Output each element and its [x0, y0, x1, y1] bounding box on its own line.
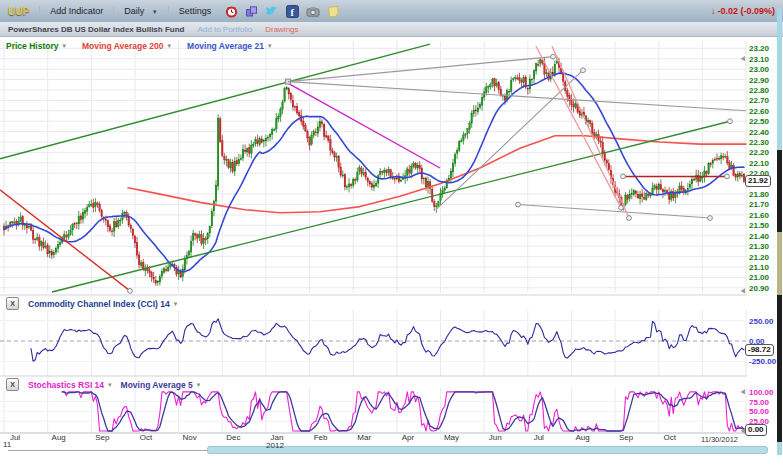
drawings-link[interactable]: Drawings [265, 25, 298, 34]
facebook-icon[interactable]: f [286, 5, 299, 18]
year-label-2012: 2012 [258, 441, 292, 450]
alarm-icon[interactable] [225, 5, 238, 18]
svg-text:21.80: 21.80 [749, 190, 770, 199]
timeframe-select[interactable]: Daily ▼ [124, 6, 157, 16]
svg-text:Sep: Sep [619, 433, 634, 442]
end-date-label: 11/30/2012 [672, 435, 738, 444]
svg-text:Nov: Nov [182, 433, 196, 442]
cci-last-value-box: -98.72 [745, 344, 774, 356]
chevron-down-icon: ▾ [168, 42, 172, 50]
vertical-scrollbar-segment-top[interactable] [777, 8, 782, 150]
charting-application: 23.2023.1023.0022.9022.8022.7022.6022.50… [0, 0, 783, 468]
timeframe-value: Daily [124, 6, 144, 16]
chevron-down-icon: ▾ [197, 381, 201, 389]
svg-text:250.00: 250.00 [749, 317, 774, 326]
svg-text:May: May [444, 433, 459, 442]
vertical-scrollbar-thumb[interactable] [777, 150, 782, 232]
svg-text:21.30: 21.30 [749, 242, 770, 251]
vertical-scrollbar-segment-lower[interactable] [777, 295, 782, 442]
svg-text:50.00: 50.00 [749, 407, 770, 416]
stoch-ma-label: Moving Average 5 [121, 380, 193, 390]
chevron-down-icon: ▾ [174, 300, 178, 308]
svg-text:22.10: 22.10 [749, 159, 770, 168]
chevron-down-icon: ▾ [268, 42, 272, 50]
settings-button[interactable]: Settings [179, 6, 212, 16]
svg-text:20.90: 20.90 [749, 284, 770, 293]
svg-text:75.00: 75.00 [749, 398, 770, 407]
legend-ma21[interactable]: Moving Average 21 ▾ [187, 41, 271, 51]
stoch-last-value-box: 0.00 [745, 424, 767, 436]
add-indicator-button[interactable]: Add Indicator [50, 6, 103, 16]
cci-panel-header: X Commodity Channel Index (CCI) 14 ▾ [6, 297, 177, 310]
svg-text:22.40: 22.40 [749, 128, 770, 137]
chevron-down-icon: ▾ [108, 381, 112, 389]
svg-text:Feb: Feb [314, 433, 328, 442]
svg-text:Jul: Jul [10, 433, 20, 442]
svg-text:Jun: Jun [489, 433, 502, 442]
camera-icon[interactable] [306, 5, 320, 18]
blocks-icon[interactable] [245, 5, 258, 18]
note-icon[interactable] [327, 5, 340, 18]
svg-text:21.50: 21.50 [749, 221, 770, 230]
cci-title[interactable]: Commodity Channel Index (CCI) 14 ▾ [28, 299, 177, 309]
horizontal-scrollbar-track[interactable] [8, 450, 207, 451]
svg-text:21.40: 21.40 [749, 232, 770, 241]
svg-text:23.20: 23.20 [749, 44, 770, 53]
svg-text:23.00: 23.00 [749, 65, 770, 74]
fund-name: PowerShares DB US Dollar Index Bullish F… [8, 25, 184, 34]
chart-canvas[interactable]: 23.2023.1023.0022.9022.8022.7022.6022.50… [0, 0, 783, 468]
twitter-icon[interactable] [265, 5, 279, 18]
stoch-panel-header: X Stochastics RSI 14 ▾ Moving Average 5 … [6, 378, 200, 391]
price-change: ↓ -0.02 (-0.09%) [711, 6, 775, 16]
stoch-title-label: Stochastics RSI 14 [28, 380, 104, 390]
svg-text:22.60: 22.60 [749, 107, 770, 116]
vertical-scrollbar-segment-mid[interactable] [777, 232, 782, 295]
svg-text:22.70: 22.70 [749, 96, 770, 105]
svg-text:22.80: 22.80 [749, 86, 770, 95]
stoch-ma-title[interactable]: Moving Average 5 ▾ [121, 380, 201, 390]
svg-text:22.90: 22.90 [749, 76, 770, 85]
svg-text:Jul: Jul [534, 433, 544, 442]
vertical-scrollbar-segment-bottom[interactable] [777, 442, 782, 455]
svg-text:21.70: 21.70 [749, 200, 770, 209]
legend-ma200[interactable]: Moving Average 200 ▾ [82, 41, 171, 51]
svg-text:Aug: Aug [52, 433, 66, 442]
subheader: PowerShares DB US Dollar Index Bullish F… [0, 22, 783, 37]
svg-text:21.60: 21.60 [749, 211, 770, 220]
svg-text:Apr: Apr [402, 433, 415, 442]
svg-text:Oct: Oct [140, 433, 153, 442]
legend-price-history[interactable]: Price History ▾ [6, 41, 66, 51]
svg-text:Dec: Dec [226, 433, 240, 442]
toolbar-divider [39, 6, 40, 17]
toolbar-divider [168, 6, 169, 17]
svg-text:23.10: 23.10 [749, 55, 770, 64]
chevron-down-icon: ▾ [62, 42, 66, 50]
main-toolbar: UUP Add Indicator Daily ▼ Settings f ↓ -… [0, 0, 783, 22]
svg-text:100.00: 100.00 [749, 388, 774, 397]
svg-text:21.10: 21.10 [749, 263, 770, 272]
legend-ma200-label: Moving Average 200 [82, 41, 164, 51]
share-icon-group: f [225, 5, 340, 18]
legend-ma21-label: Moving Average 21 [187, 41, 264, 51]
legend-price-history-label: Price History [6, 41, 58, 51]
year-label-2011: 11 [3, 440, 11, 449]
svg-text:21.20: 21.20 [749, 253, 770, 262]
symbol-label: UUP [8, 6, 29, 17]
cci-title-label: Commodity Channel Index (CCI) 14 [28, 299, 170, 309]
svg-text:Aug: Aug [575, 433, 589, 442]
svg-text:Mar: Mar [357, 433, 371, 442]
last-price-box: 21.92 [745, 175, 771, 187]
svg-text:21.00: 21.00 [749, 273, 770, 282]
svg-text:Sep: Sep [95, 433, 110, 442]
down-arrow-icon: ↓ [711, 6, 716, 16]
chevron-down-icon: ▼ [152, 9, 158, 15]
change-value: -0.02 (-0.09%) [717, 6, 775, 16]
close-icon[interactable]: X [6, 378, 19, 391]
add-to-portfolio-link[interactable]: Add to Portfolio [197, 25, 252, 34]
toolbar-divider [113, 6, 114, 17]
stoch-title[interactable]: Stochastics RSI 14 ▾ [28, 380, 112, 390]
svg-text:22.50: 22.50 [749, 117, 770, 126]
close-icon[interactable]: X [6, 297, 19, 310]
svg-text:22.20: 22.20 [749, 148, 770, 157]
svg-text:-250.00: -250.00 [749, 357, 777, 366]
